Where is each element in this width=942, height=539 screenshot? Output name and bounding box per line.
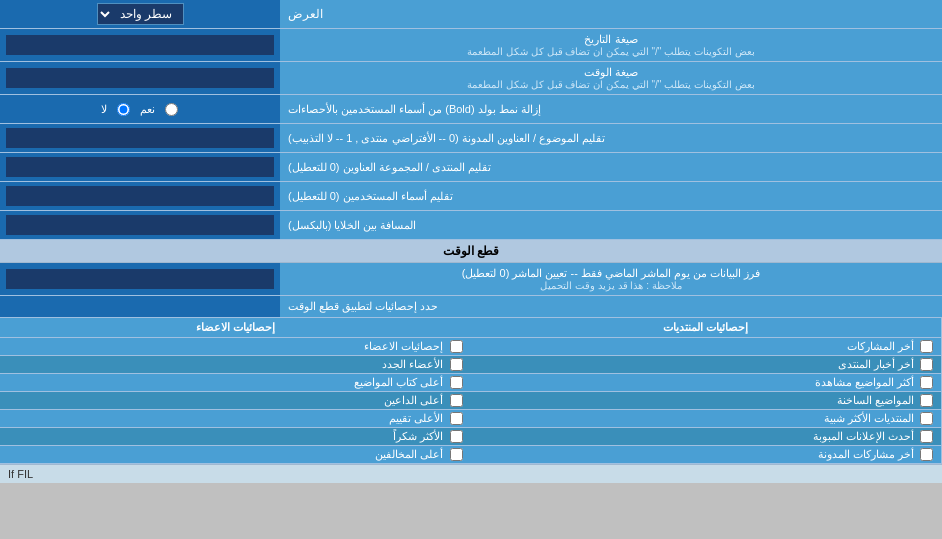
bold-remove-yes-label: نعم bbox=[140, 103, 155, 116]
list-item: الأعلى تقييم bbox=[0, 410, 471, 428]
most-thanks-label: الأكثر شكراً bbox=[393, 430, 443, 443]
bold-remove-no-label: لا bbox=[101, 103, 107, 116]
most-viewed-checkbox[interactable] bbox=[920, 376, 933, 389]
date-format-field[interactable]: d-m bbox=[6, 35, 274, 55]
top-online-checkbox[interactable] bbox=[450, 394, 463, 407]
latest-posts-label: أخر المشاركات bbox=[847, 340, 914, 353]
list-item: المنتديات الأكثر شبية bbox=[471, 410, 942, 428]
latest-news-checkbox[interactable] bbox=[920, 358, 933, 371]
latest-noted-label: أخر مشاركات المدونة bbox=[818, 448, 914, 461]
list-item: الأكثر شكراً bbox=[0, 428, 471, 446]
date-format-label: صيغة التاريخ بعض التكوينات يتطلب "/" الت… bbox=[280, 29, 942, 61]
latest-ads-label: أحدث الإعلانات المبوبة bbox=[813, 430, 914, 443]
display-mode-select[interactable]: سطر واحد سطرين ثلاثة أسطر bbox=[97, 3, 184, 25]
latest-posts-checkbox[interactable] bbox=[920, 340, 933, 353]
stats-members-label: إحصائيات الاعضاء bbox=[364, 340, 443, 353]
similar-forums-label: المنتديات الأكثر شبية bbox=[824, 412, 914, 425]
latest-news-label: أخر أخبار المنتدى bbox=[838, 358, 914, 371]
latest-noted-checkbox[interactable] bbox=[920, 448, 933, 461]
usernames-trim-input[interactable]: 0 bbox=[0, 182, 280, 210]
stats-col2: إحصائيات الاعضاء الأعضاء الجدد أعلى كتاب… bbox=[0, 338, 471, 464]
stats-members-checkbox[interactable] bbox=[450, 340, 463, 353]
list-item: المواضيع الساخنة bbox=[471, 392, 942, 410]
realtime-field[interactable]: 0 bbox=[6, 269, 274, 289]
most-thanks-checkbox[interactable] bbox=[450, 430, 463, 443]
usernames-trim-label: تقليم أسماء المستخدمين (0 للتعطيل) bbox=[280, 182, 942, 210]
realtime-label: فرز البيانات من يوم الماشر الماضي فقط --… bbox=[280, 263, 942, 295]
top-online-label: أعلى الداعين bbox=[384, 394, 443, 407]
latest-ads-checkbox[interactable] bbox=[920, 430, 933, 443]
cells-spacing-field[interactable]: 2 bbox=[6, 215, 274, 235]
new-members-checkbox[interactable] bbox=[450, 358, 463, 371]
new-members-label: الأعضاء الجدد bbox=[382, 358, 443, 371]
realtime-section-header: قطع الوقت bbox=[0, 240, 942, 263]
stats-limit-label: حدد إحصائيات لتطبيق قطع الوقت bbox=[280, 296, 942, 317]
old-topics-checkbox[interactable] bbox=[920, 394, 933, 407]
time-format-input[interactable]: H:i bbox=[0, 62, 280, 94]
bold-remove-yes-radio[interactable] bbox=[165, 103, 178, 116]
top-posters-label: أعلى كتاب المواضيع bbox=[354, 376, 443, 389]
list-item: أكثر المواضيع مشاهدة bbox=[471, 374, 942, 392]
similar-forums-checkbox[interactable] bbox=[920, 412, 933, 425]
list-item: أخر المشاركات bbox=[471, 338, 942, 356]
cells-spacing-input[interactable]: 2 bbox=[0, 211, 280, 239]
list-item: أخر أخبار المنتدى bbox=[471, 356, 942, 374]
stats-col1-header: إحصائيات المنتديات bbox=[471, 318, 943, 337]
forum-order-input[interactable]: 33 bbox=[0, 153, 280, 181]
list-item: أخر مشاركات المدونة bbox=[471, 446, 942, 464]
forum-order-label: تقليم المنتدى / المجموعة العناوين (0 للت… bbox=[280, 153, 942, 181]
stats-col2-header: إحصائيات الاعضاء bbox=[0, 318, 471, 337]
top-visitors-label: أعلى المخالفين bbox=[375, 448, 443, 461]
top-posters-checkbox[interactable] bbox=[450, 376, 463, 389]
top-rated-label: الأعلى تقييم bbox=[389, 412, 443, 425]
bold-remove-no-radio[interactable] bbox=[117, 103, 130, 116]
header-label: العرض bbox=[280, 0, 942, 28]
list-item: الأعضاء الجدد bbox=[0, 356, 471, 374]
most-viewed-label: أكثر المواضيع مشاهدة bbox=[815, 376, 914, 389]
topics-order-input[interactable]: 33 bbox=[0, 124, 280, 152]
time-format-label: صيغة الوقت بعض التكوينات يتطلب "/" التي … bbox=[280, 62, 942, 94]
list-item: أحدث الإعلانات المبوبة bbox=[471, 428, 942, 446]
stats-col1: أخر المشاركات أخر أخبار المنتدى أكثر الم… bbox=[471, 338, 943, 464]
realtime-input[interactable]: 0 bbox=[0, 263, 280, 295]
topics-order-label: تقليم الموضوع / العناوين المدونة (0 -- ا… bbox=[280, 124, 942, 152]
top-rated-checkbox[interactable] bbox=[450, 412, 463, 425]
bold-remove-input[interactable]: نعم لا bbox=[0, 95, 280, 123]
forum-order-field[interactable]: 33 bbox=[6, 157, 274, 177]
footer-note: If FIL bbox=[0, 464, 942, 483]
usernames-trim-field[interactable]: 0 bbox=[6, 186, 274, 206]
cells-spacing-label: المسافة بين الخلايا (بالبكسل) bbox=[280, 211, 942, 239]
list-item: أعلى المخالفين bbox=[0, 446, 471, 464]
display-mode-input[interactable]: سطر واحد سطرين ثلاثة أسطر bbox=[0, 0, 280, 28]
list-item: إحصائيات الاعضاء bbox=[0, 338, 471, 356]
list-item: أعلى كتاب المواضيع bbox=[0, 374, 471, 392]
topics-order-field[interactable]: 33 bbox=[6, 128, 274, 148]
list-item: أعلى الداعين bbox=[0, 392, 471, 410]
old-topics-label: المواضيع الساخنة bbox=[837, 394, 914, 407]
time-format-field[interactable]: H:i bbox=[6, 68, 274, 88]
top-visitors-checkbox[interactable] bbox=[450, 448, 463, 461]
date-format-input[interactable]: d-m bbox=[0, 29, 280, 61]
bold-remove-label: إزالة نمط بولد (Bold) من أسماء المستخدمي… bbox=[280, 95, 942, 123]
